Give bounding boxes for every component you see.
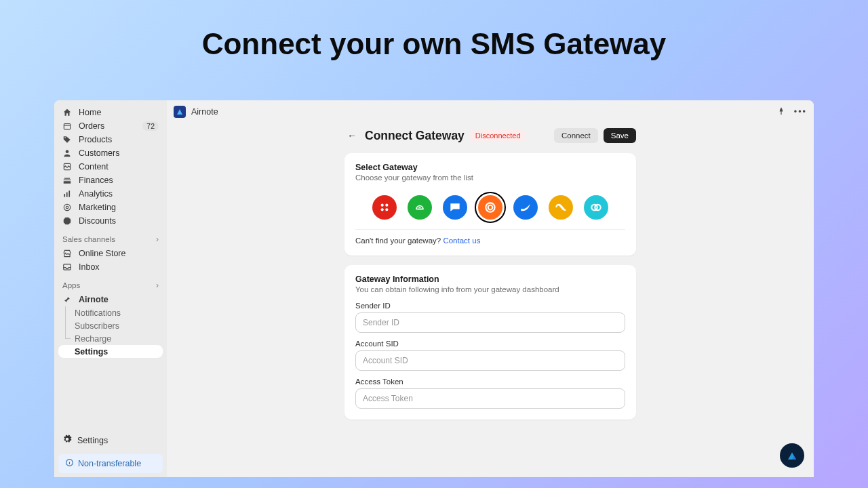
card-subtitle: You can obtain following info from your … [355, 285, 625, 293]
sidebar-sub-subscribers[interactable]: Subscribers [54, 319, 167, 332]
sidebar-item-orders[interactable]: Orders 72 [54, 119, 167, 133]
finance-icon [62, 176, 72, 185]
sidebar-item-marketing[interactable]: Marketing [54, 201, 167, 214]
sidebar-section-label: Sales channels [62, 235, 115, 243]
card-title: Gateway Information [355, 274, 625, 284]
chevron-right-icon: › [156, 281, 159, 290]
app-logo-icon [174, 106, 186, 118]
sidebar-sub-notifications[interactable]: Notifications [54, 306, 167, 319]
connect-button[interactable]: Connect [554, 128, 598, 143]
sidebar-item-inbox[interactable]: Inbox [54, 260, 167, 274]
sidebar-item-label: Online Store [79, 249, 125, 258]
gateway-green[interactable] [408, 195, 432, 220]
svg-point-11 [381, 204, 384, 207]
inbox-icon [62, 262, 72, 272]
sidebar-item-discounts[interactable]: Discounts [54, 214, 167, 228]
sidebar: Home Orders 72 Products Customers [54, 100, 167, 477]
sidebar-item-label: Discounts [79, 216, 116, 226]
field-access-token: Access Token [355, 378, 625, 409]
field-sender-id: Sender ID [355, 302, 625, 333]
svg-point-7 [64, 204, 70, 210]
gateway-cyan-link[interactable] [584, 195, 608, 220]
home-icon [62, 108, 72, 117]
gateway-orange-target[interactable] [478, 195, 502, 220]
sidebar-item-online-store[interactable]: Online Store [54, 247, 167, 260]
sidebar-item-customers[interactable]: Customers [54, 146, 167, 160]
card-subtitle: Choose your gateway from the list [355, 174, 625, 182]
sidebar-sub-settings[interactable]: Settings [58, 345, 163, 358]
chevron-right-icon: › [156, 235, 159, 244]
sidebar-sub-label: Notifications [75, 308, 121, 318]
gear-icon [62, 434, 72, 446]
app-window: Home Orders 72 Products Customers [54, 100, 814, 477]
sidebar-section-sales[interactable]: Sales channels › [54, 228, 167, 247]
sidebar-sub-label: Settings [75, 347, 108, 357]
sidebar-item-finances[interactable]: Finances [54, 174, 167, 187]
sidebar-sub-label: Subscribers [75, 321, 119, 331]
user-icon [62, 148, 72, 158]
more-icon[interactable]: ••• [794, 107, 807, 117]
pin-icon [62, 295, 72, 304]
pin-icon[interactable] [776, 106, 786, 118]
sidebar-item-label: Analytics [79, 189, 113, 199]
sender-id-input[interactable] [355, 312, 625, 333]
svg-point-8 [66, 206, 68, 209]
target-icon [62, 203, 72, 212]
tag-icon [62, 135, 72, 144]
topbar: Airnote ••• [167, 100, 814, 123]
gateway-info-card: Gateway Information You can obtain follo… [344, 265, 636, 420]
page-title: Connect Gateway [365, 129, 465, 143]
svg-point-15 [486, 203, 494, 211]
select-gateway-card: Select Gateway Choose your gateway from … [344, 153, 636, 256]
sidebar-sub-recharge[interactable]: Recharge [54, 332, 167, 345]
app-name: Airnote [191, 107, 218, 117]
sidebar-item-label: Finances [79, 176, 113, 185]
svg-point-2 [66, 150, 69, 153]
gateway-loop[interactable] [549, 195, 573, 220]
sidebar-item-airnote[interactable]: Airnote [54, 293, 167, 306]
status-badge: Disconnected [470, 129, 526, 142]
floating-badge-icon[interactable] [780, 443, 804, 468]
sidebar-item-home[interactable]: Home [54, 106, 167, 119]
orders-badge: 72 [142, 121, 159, 131]
gateway-list [355, 190, 625, 229]
sidebar-item-products[interactable]: Products [54, 133, 167, 146]
info-icon [65, 458, 74, 469]
sidebar-footer-settings[interactable]: Settings [54, 430, 167, 450]
gateway-blue-chat[interactable] [443, 195, 467, 220]
field-label: Sender ID [355, 302, 625, 310]
help-prefix: Can't find your gateway? [355, 237, 443, 245]
save-button[interactable]: Save [604, 128, 636, 143]
non-transferable-notice[interactable]: Non-transferable [58, 454, 163, 473]
gateway-messagebird[interactable] [513, 195, 538, 220]
sidebar-section-label: Apps [62, 281, 80, 289]
back-arrow-icon[interactable]: ← [344, 127, 359, 144]
sidebar-item-content[interactable]: Content [54, 160, 167, 174]
non-transferable-label: Non-transferable [78, 459, 141, 468]
sidebar-item-label: Marketing [79, 203, 116, 212]
sidebar-item-analytics[interactable]: Analytics [54, 187, 167, 201]
field-account-sid: Account SID [355, 340, 625, 371]
sidebar-section-apps[interactable]: Apps › [54, 274, 167, 293]
svg-rect-0 [64, 124, 70, 129]
svg-point-12 [385, 204, 388, 207]
svg-point-16 [488, 205, 493, 210]
sidebar-item-label: Content [79, 162, 108, 171]
sidebar-sub-label: Recharge [75, 334, 111, 344]
svg-point-1 [64, 137, 66, 138]
page-header: ← Connect Gateway Disconnected Connect S… [344, 127, 636, 144]
account-sid-input[interactable] [355, 350, 625, 371]
sidebar-item-label: Airnote [79, 295, 108, 304]
gateway-twilio[interactable] [372, 195, 397, 220]
contact-us-link[interactable]: Contact us [443, 237, 480, 245]
field-label: Access Token [355, 378, 625, 386]
svg-rect-4 [64, 194, 65, 197]
hero-title: Connect your own SMS Gateway [0, 0, 868, 81]
analytics-icon [62, 189, 72, 199]
card-title: Select Gateway [355, 163, 625, 172]
sidebar-item-label: Inbox [79, 262, 100, 272]
sidebar-footer-label: Settings [77, 436, 108, 445]
sidebar-item-label: Orders [79, 121, 104, 131]
store-icon [62, 249, 72, 258]
access-token-input[interactable] [355, 388, 625, 409]
